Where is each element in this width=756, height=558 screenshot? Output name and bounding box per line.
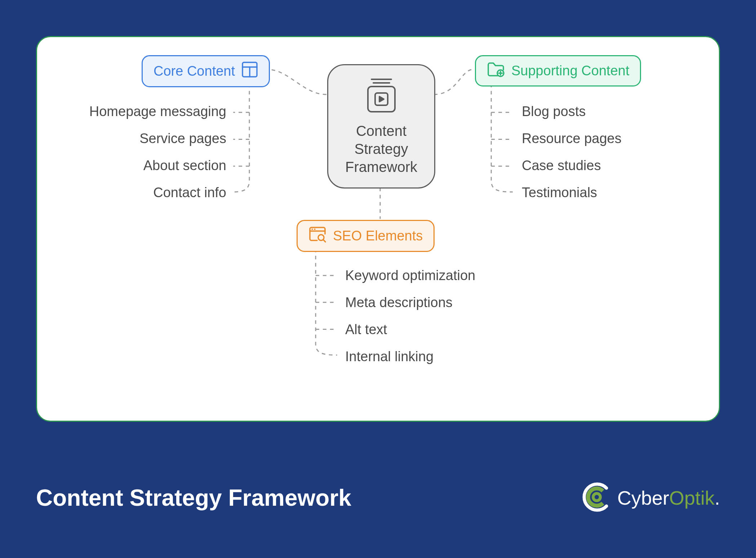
svg-line-15 — [323, 240, 325, 242]
supporting-item-case: Case studies — [522, 158, 601, 173]
supporting-item-testimonials: Testimonials — [522, 185, 597, 200]
supporting-content-branch: Supporting Content — [475, 55, 641, 87]
core-item-contact: Contact info — [66, 185, 226, 200]
supporting-item-resource: Resource pages — [522, 131, 622, 146]
seo-item-keyword: Keyword optimization — [345, 268, 475, 283]
seo-item-meta: Meta descriptions — [345, 295, 453, 310]
core-item-about: About section — [66, 158, 226, 173]
svg-point-16 — [593, 493, 600, 501]
core-content-label: Core Content — [154, 63, 235, 79]
layout-icon — [241, 61, 258, 81]
brand-name: CyberOptik. — [617, 487, 720, 509]
center-label: ContentStrategyFramework — [345, 122, 417, 176]
diagram-canvas: ContentStrategyFramework Core Content Ho… — [36, 36, 720, 422]
core-item-service: Service pages — [66, 131, 226, 146]
seo-elements-label: SEO Elements — [333, 228, 423, 244]
book-video-icon — [364, 77, 399, 115]
core-item-homepage: Homepage messaging — [66, 104, 226, 119]
browser-search-icon — [308, 226, 326, 246]
logo-mark-icon — [581, 481, 613, 515]
seo-item-alt: Alt text — [345, 322, 387, 337]
seo-elements-branch: SEO Elements — [297, 220, 435, 252]
core-content-branch: Core Content — [142, 55, 270, 87]
supporting-item-blog: Blog posts — [522, 104, 586, 119]
svg-marker-4 — [379, 97, 384, 102]
center-node: ContentStrategyFramework — [327, 64, 435, 189]
page-title: Content Strategy Framework — [36, 484, 351, 511]
folder-plus-icon — [487, 61, 505, 80]
supporting-content-label: Supporting Content — [511, 63, 629, 79]
brand-logo: CyberOptik. — [581, 481, 720, 515]
seo-item-linking: Internal linking — [345, 349, 433, 364]
footer: Content Strategy Framework CyberOptik. — [36, 481, 720, 515]
